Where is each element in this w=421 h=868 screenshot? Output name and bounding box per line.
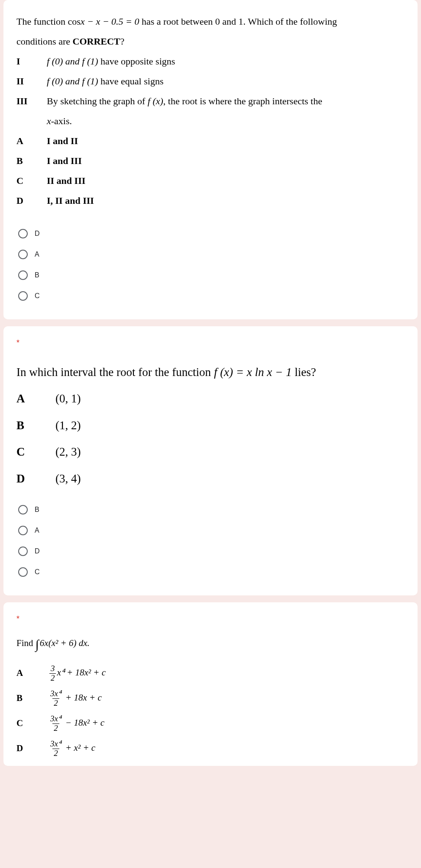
radio-option[interactable]: B bbox=[16, 265, 405, 286]
radio-icon bbox=[18, 526, 28, 535]
expr-rest: + 18x + c bbox=[63, 692, 102, 703]
condition-label: III bbox=[16, 92, 47, 111]
question-3-body: Find ∫6x(x² + 6) dx. A 32x⁴ + 18x² + c B… bbox=[16, 636, 405, 761]
condition-row: III By sketching the graph of f (x), the… bbox=[16, 92, 405, 111]
choice-bold: I and II bbox=[47, 135, 78, 146]
math-expr: f (0) and f (1) bbox=[47, 76, 98, 87]
radio-option[interactable]: A bbox=[16, 244, 405, 265]
choice-bold: I, II and III bbox=[47, 195, 94, 206]
choice-label: D bbox=[16, 191, 47, 210]
radio-icon bbox=[18, 229, 28, 238]
choice-label: B bbox=[16, 692, 49, 704]
math-expr: x bbox=[47, 116, 51, 126]
radio-label: C bbox=[35, 292, 40, 300]
denominator: 2 bbox=[52, 749, 59, 758]
radio-icon bbox=[18, 250, 28, 259]
choice-text: (2, 3) bbox=[55, 439, 405, 465]
radio-option[interactable]: C bbox=[16, 562, 405, 582]
choice-text: 3x⁴2 + 18x + c bbox=[49, 689, 405, 708]
cond-text-part: have opposite signs bbox=[98, 56, 175, 67]
question-card-1: The function cosx − x − 0.5 = 0 has a ro… bbox=[3, 0, 418, 319]
choice-label: B bbox=[16, 151, 47, 170]
condition-label: II bbox=[16, 72, 47, 91]
stem-line: The function cosx − x − 0.5 = 0 has a ro… bbox=[16, 12, 405, 31]
stem-text: lies? bbox=[292, 366, 316, 379]
math-expr: f (x) = x ln x − 1 bbox=[214, 366, 292, 379]
choice-label: A bbox=[16, 667, 49, 679]
condition-row-cont: x-axis. bbox=[16, 112, 405, 131]
choice-text: 3x⁴2 − 18x² + c bbox=[49, 714, 405, 733]
choice-bold: I and III bbox=[47, 155, 82, 166]
choice-row: B 3x⁴2 + 18x + c bbox=[16, 686, 405, 710]
choice-label: D bbox=[16, 742, 49, 755]
radio-icon bbox=[18, 270, 28, 280]
stem-line: In which interval the root for the funct… bbox=[16, 360, 405, 385]
stem-text: The function cos bbox=[16, 16, 81, 27]
choice-row: C 3x⁴2 − 18x² + c bbox=[16, 711, 405, 736]
radio-label: B bbox=[35, 506, 39, 514]
fraction: 3x⁴2 bbox=[49, 739, 62, 758]
expr-rest: − 18x² + c bbox=[63, 717, 104, 728]
radio-option[interactable]: A bbox=[16, 520, 405, 541]
cond-text-part: By sketching the graph of bbox=[47, 96, 148, 106]
numerator: 3x⁴ bbox=[49, 689, 62, 698]
fraction: 3x⁴2 bbox=[49, 714, 62, 733]
choice-text: (3, 4) bbox=[55, 466, 405, 492]
question-1-body: The function cosx − x − 0.5 = 0 has a ro… bbox=[16, 12, 405, 210]
cond-text-part: , the root is where the graph intersects… bbox=[163, 96, 322, 106]
stem-text: conditions are bbox=[16, 36, 73, 47]
stem-text: Find bbox=[16, 638, 36, 648]
equation: x − x − 0.5 = 0 bbox=[81, 16, 139, 27]
choice-label: C bbox=[16, 717, 49, 730]
question-2-body: In which interval the root for the funct… bbox=[16, 360, 405, 492]
denominator: 2 bbox=[52, 698, 59, 708]
radio-label: D bbox=[35, 230, 40, 238]
radio-option[interactable]: B bbox=[16, 499, 405, 520]
choice-label: C bbox=[16, 439, 55, 465]
choice-label: D bbox=[16, 466, 55, 492]
condition-text: f (0) and f (1) have opposite signs bbox=[47, 52, 405, 71]
stem-q: ? bbox=[120, 36, 125, 47]
radio-option[interactable]: D bbox=[16, 541, 405, 562]
choice-text: I and II bbox=[47, 132, 405, 151]
choice-row: D I, II and III bbox=[16, 191, 405, 210]
choice-row: D 3x⁴2 + x² + c bbox=[16, 736, 405, 761]
radio-icon bbox=[18, 567, 28, 577]
condition-label-empty bbox=[16, 112, 47, 131]
radio-option[interactable]: D bbox=[16, 223, 405, 244]
choice-label: A bbox=[16, 386, 55, 411]
condition-label: I bbox=[16, 52, 47, 71]
choice-label: B bbox=[16, 413, 55, 438]
condition-row: I f (0) and f (1) have opposite signs bbox=[16, 52, 405, 71]
choice-row: C II and III bbox=[16, 171, 405, 190]
math-expr: f (0) and f (1) bbox=[47, 56, 98, 67]
radio-group-q2: B A D C bbox=[16, 499, 405, 582]
radio-label: A bbox=[35, 251, 39, 258]
required-asterisk: * bbox=[16, 338, 405, 347]
radio-icon bbox=[18, 505, 28, 514]
choice-row: A 32x⁴ + 18x² + c bbox=[16, 661, 405, 685]
radio-label: C bbox=[35, 568, 40, 576]
condition-text: f (0) and f (1) have equal signs bbox=[47, 72, 405, 91]
choice-row: A (0, 1) bbox=[16, 386, 405, 411]
math-expr: f (x) bbox=[148, 96, 163, 106]
radio-group-q1: D A B C bbox=[16, 223, 405, 306]
integrand: 6x(x² + 6) dx. bbox=[40, 638, 90, 648]
denominator: 2 bbox=[49, 673, 56, 683]
choice-row: B I and III bbox=[16, 151, 405, 170]
radio-label: B bbox=[35, 271, 39, 279]
choice-row: D (3, 4) bbox=[16, 466, 405, 492]
radio-icon bbox=[18, 547, 28, 556]
radio-icon bbox=[18, 291, 28, 301]
denominator: 2 bbox=[52, 723, 59, 733]
radio-label: A bbox=[35, 527, 39, 534]
stem-text: has a root between 0 and 1. Which of the… bbox=[139, 16, 337, 27]
radio-option[interactable]: C bbox=[16, 286, 405, 306]
stem-text: In which interval the root for the funct… bbox=[16, 366, 214, 379]
condition-row: II f (0) and f (1) have equal signs bbox=[16, 72, 405, 91]
condition-text: x-axis. bbox=[47, 112, 405, 131]
numerator: 3x⁴ bbox=[49, 739, 62, 749]
stem-line: conditions are CORRECT? bbox=[16, 32, 405, 51]
expr-rest: x⁴ + 18x² + c bbox=[57, 667, 106, 678]
cond-text-part: -axis. bbox=[51, 116, 72, 126]
